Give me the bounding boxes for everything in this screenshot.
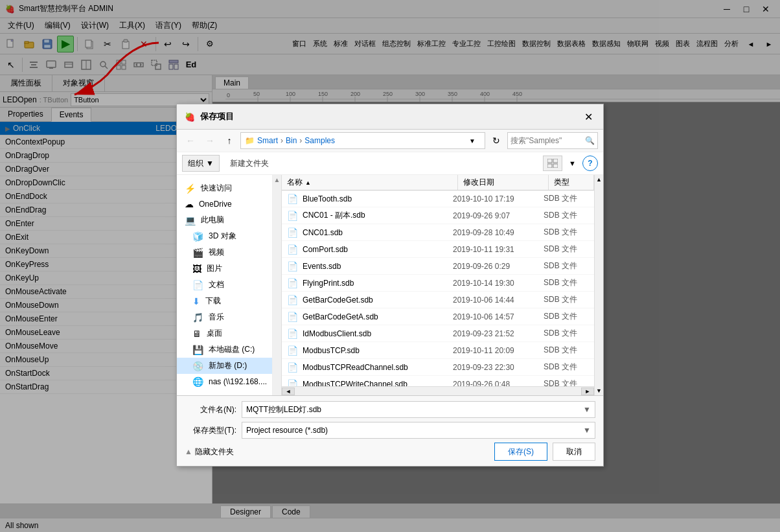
nav-forward-button[interactable]: → — [201, 133, 218, 148]
file-row-modbuswrite[interactable]: 📄 ModbusTCPWriteChannel.sdb 2019-09-26 0… — [282, 376, 594, 386]
file-date: 2019-10-10 17:19 — [453, 194, 544, 203]
path-samples[interactable]: Samples — [304, 136, 335, 145]
sidebar-video[interactable]: 🎬 视频 — [177, 244, 272, 260]
raspberry-icon: 🍓 — [185, 112, 195, 122]
vscroll-up[interactable]: ▲ — [274, 176, 281, 183]
dialog-sidebar: ⚡ 快速访问 ☁ OneDrive 💻 此电脑 🧊 3D 对象 🎬 视 — [177, 175, 273, 395]
file-icon: 📄 — [287, 329, 299, 339]
dialog-body: ⚡ 快速访问 ☁ OneDrive 💻 此电脑 🧊 3D 对象 🎬 视 — [177, 175, 603, 395]
col-header-type[interactable]: 类型 — [549, 175, 594, 190]
file-row-getbarcodea[interactable]: 📄 GetBarCodeGetA.sdb 2019-10-06 14:57 SD… — [282, 308, 594, 325]
sidebar-nas[interactable]: 🌐 nas (\\192.168.... — [177, 374, 272, 389]
file-row-events[interactable]: 📄 Events.sdb 2019-09-26 0:29 SDB 文件 — [282, 258, 594, 275]
filetype-value: Project resource (*.sdb) — [246, 426, 328, 435]
sidebar-onedrive[interactable]: ☁ OneDrive — [177, 196, 272, 212]
file-row-cnc01[interactable]: 📄 CNC01.sdb 2019-09-28 10:49 SDB 文件 — [282, 224, 594, 241]
file-row-modbustcp[interactable]: 📄 ModbusTCP.sdb 2019-10-11 20:09 SDB 文件 — [282, 342, 594, 359]
organize-button[interactable]: 组织 ▼ — [182, 155, 220, 172]
new-folder-button[interactable]: 新建文件夹 — [225, 155, 274, 172]
drive-d-icon: 💿 — [192, 361, 203, 371]
filetype-input[interactable]: Project resource (*.sdb) ▼ — [242, 422, 595, 439]
documents-icon: 📄 — [192, 280, 203, 290]
sidebar-drive-c[interactable]: 💾 本地磁盘 (C:) — [177, 341, 272, 358]
sidebar-documents[interactable]: 📄 文档 — [177, 277, 272, 293]
nav-back-button[interactable]: ← — [182, 133, 199, 148]
vscroll-down-btn[interactable]: ▼ — [596, 387, 602, 394]
dialog-titlebar: 🍓 保存项目 ✕ — [177, 104, 603, 130]
file-type: SDB 文件 — [544, 210, 589, 221]
cancel-dialog-button[interactable]: 取消 — [553, 443, 595, 461]
sidebar-this-pc[interactable]: 💻 此电脑 — [177, 212, 272, 228]
file-name: FlyingPrint.sdb — [303, 279, 453, 288]
file-date: 2019-10-14 19:30 — [453, 279, 544, 288]
save-dialog: 🍓 保存项目 ✕ ← → ↑ 📁 Smart › Bin › Samples ▼… — [176, 104, 604, 467]
sidebar-quick-access[interactable]: ⚡ 快速访问 — [177, 180, 272, 196]
file-date: 2019-09-26 0:29 — [453, 262, 544, 271]
view-toggle-button[interactable] — [543, 156, 562, 171]
footer-actions: ▲ 隐藏文件夹 保存(S) 取消 — [185, 443, 595, 461]
dialog-nav: ← → ↑ 📁 Smart › Bin › Samples ▼ ↻ 🔍 — [177, 130, 603, 152]
vscroll-bar[interactable]: ▲ ▼ — [594, 175, 603, 395]
file-row-bluetooth[interactable]: 📄 BlueTooth.sdb 2019-10-10 17:19 SDB 文件 — [282, 191, 594, 207]
dialog-title-text: 保存项目 — [200, 111, 234, 122]
pc-icon: 💻 — [185, 215, 196, 226]
col-date-label: 修改日期 — [463, 177, 494, 188]
dialog-close-button[interactable]: ✕ — [581, 110, 595, 124]
sidebar-label: 音乐 — [209, 312, 224, 323]
file-type: SDB 文件 — [544, 244, 589, 255]
sidebar-music[interactable]: 🎵 音乐 — [177, 309, 272, 325]
save-dialog-button[interactable]: 保存(S) — [494, 443, 547, 461]
search-input[interactable] — [510, 136, 585, 145]
organize-chevron-icon: ▼ — [206, 159, 214, 168]
nav-refresh-button[interactable]: ↻ — [488, 133, 505, 148]
downloads-icon: ⬇ — [192, 296, 200, 306]
file-row-cnc01-copy[interactable]: 📄 CNC01 - 副本.sdb 2019-09-26 9:07 SDB 文件 — [282, 207, 594, 224]
hscroll-bar[interactable]: ◄ ► — [282, 386, 594, 395]
path-smart[interactable]: Smart — [257, 136, 278, 145]
filename-label: 文件名(N): — [185, 404, 236, 415]
sidebar-3d[interactable]: 🧊 3D 对象 — [177, 228, 272, 244]
hscroll-left[interactable]: ◄ — [282, 387, 295, 395]
hide-folder-toggle[interactable]: ▲ 隐藏文件夹 — [185, 446, 234, 457]
svg-rect-54 — [547, 159, 552, 163]
file-row-modbusread[interactable]: 📄 ModbusTCPReadChannel.sdb 2019-09-23 22… — [282, 359, 594, 376]
file-type: SDB 文件 — [544, 277, 589, 288]
vscroll-up-btn[interactable]: ▲ — [596, 176, 602, 183]
file-date: 2019-09-26 0:48 — [453, 380, 544, 387]
file-row-comport[interactable]: 📄 ComPort.sdb 2019-10-11 19:31 SDB 文件 — [282, 241, 594, 258]
sidebar-label: 3D 对象 — [209, 231, 236, 242]
col-header-date[interactable]: 修改日期 — [458, 175, 549, 190]
sidebar-desktop[interactable]: 🖥 桌面 — [177, 325, 272, 341]
file-type: SDB 文件 — [544, 294, 589, 305]
filename-input[interactable]: MQTT控制LED灯.sdb ▼ — [242, 401, 595, 418]
file-type: SDB 文件 — [544, 362, 589, 373]
filetype-row: 保存类型(T): Project resource (*.sdb) ▼ — [185, 422, 595, 439]
sidebar-drive-d[interactable]: 💿 新加卷 (D:) — [177, 358, 272, 374]
path-bin[interactable]: Bin — [286, 136, 297, 145]
onedrive-icon: ☁ — [185, 199, 194, 209]
file-name: ComPort.sdb — [303, 245, 453, 254]
filename-row: 文件名(N): MQTT控制LED灯.sdb ▼ — [185, 401, 595, 418]
sidebar-label: 本地磁盘 (C:) — [209, 344, 255, 355]
hide-folder-arrow-icon: ▲ — [185, 447, 192, 456]
col-header-name[interactable]: 名称 ▲ — [282, 175, 458, 190]
file-date: 2019-10-06 14:57 — [453, 312, 544, 321]
help-button[interactable]: ? — [582, 156, 598, 171]
path-dropdown-icon[interactable]: ▼ — [464, 133, 481, 148]
file-row-getbarcode[interactable]: 📄 GetBarCodeGet.sdb 2019-10-06 14:44 SDB… — [282, 292, 594, 308]
file-icon: 📄 — [287, 227, 299, 238]
svg-rect-57 — [553, 164, 558, 168]
file-name: ModbusTCPWriteChannel.sdb — [303, 380, 453, 387]
file-row-idmodbus[interactable]: 📄 IdModbusClient.sdb 2019-09-23 21:52 SD… — [282, 325, 594, 342]
hscroll-right[interactable]: ► — [581, 387, 594, 395]
sidebar-pictures[interactable]: 🖼 图片 — [177, 260, 272, 277]
file-type: SDB 文件 — [544, 328, 589, 339]
sidebar-label: 文档 — [209, 279, 224, 290]
filename-chevron-icon: ▼ — [583, 405, 591, 414]
nav-up-button[interactable]: ↑ — [221, 133, 238, 148]
file-row-flyingprint[interactable]: 📄 FlyingPrint.sdb 2019-10-14 19:30 SDB 文… — [282, 275, 594, 292]
file-icon: 📄 — [287, 278, 299, 288]
sidebar-label: 新加卷 (D:) — [209, 360, 247, 371]
action-buttons: 保存(S) 取消 — [494, 443, 595, 461]
sidebar-downloads[interactable]: ⬇ 下载 — [177, 293, 272, 309]
